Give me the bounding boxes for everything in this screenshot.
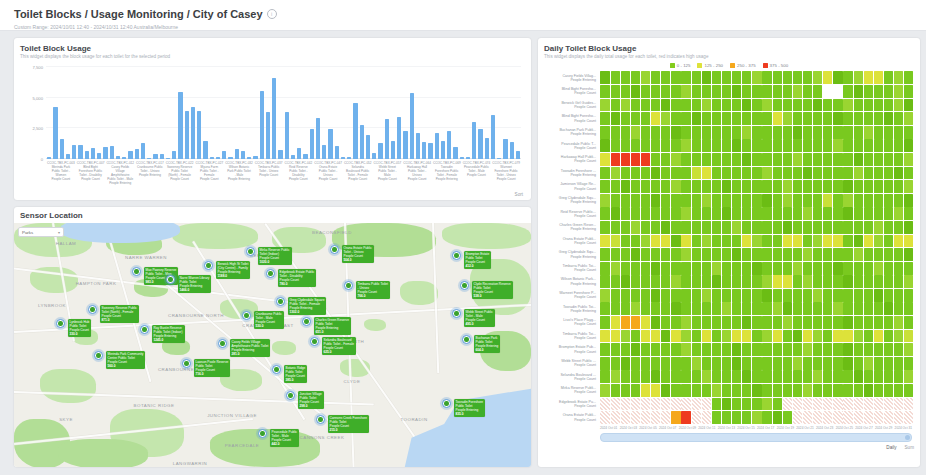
heatmap-cell[interactable] [641,139,650,152]
heatmap-cell[interactable] [651,207,660,220]
heatmap-cell[interactable] [712,180,721,193]
heatmap-cell[interactable] [813,180,822,193]
heatmap-cell[interactable] [712,343,721,356]
heatmap-cell[interactable] [813,126,822,139]
heatmap-cell[interactable] [773,99,782,112]
heatmap-cell[interactable] [864,235,873,248]
heatmap-cell[interactable] [621,370,630,383]
heatmap-cell[interactable] [671,139,680,152]
heatmap-cell[interactable] [803,180,812,193]
heatmap-cell[interactable] [600,275,609,288]
heatmap-cell[interactable] [884,411,893,424]
map-pin-icon[interactable] [452,251,461,260]
heatmap-cell[interactable] [752,167,761,180]
heatmap-cell[interactable] [722,370,731,383]
heatmap-cell[interactable] [742,316,751,329]
heatmap-cell[interactable] [742,112,751,125]
heatmap-cell[interactable] [661,85,670,98]
heatmap-cell[interactable] [692,316,701,329]
bar[interactable] [303,154,307,159]
heatmap-cell[interactable] [843,112,852,125]
heatmap-cell[interactable] [864,99,873,112]
heatmap-cell[interactable] [692,194,701,207]
heatmap-cell[interactable] [833,194,842,207]
heatmap-cell[interactable] [773,221,782,234]
heatmap-cell[interactable] [631,384,640,397]
map-pin-icon[interactable] [266,269,275,278]
heatmap-cell[interactable] [611,180,620,193]
heatmap-cell[interactable] [752,207,761,220]
heatmap-cell[interactable] [722,167,731,180]
heatmap-cell[interactable] [712,85,721,98]
heatmap-cell[interactable] [823,99,832,112]
heatmap-cell[interactable] [803,262,812,275]
heatmap-cell[interactable] [803,235,812,248]
heatmap-cell[interactable] [874,316,883,329]
heatmap-cell[interactable] [712,302,721,315]
heatmap-cell[interactable] [803,289,812,302]
heatmap-cell[interactable] [803,248,812,261]
heatmap-cell[interactable] [803,126,812,139]
bar[interactable] [291,155,295,159]
heatmap-cell[interactable] [833,126,842,139]
heatmap-cell[interactable] [864,411,873,424]
heatmap-cell[interactable] [712,221,721,234]
map-pin-icon[interactable] [286,391,295,400]
heatmap-cell[interactable] [692,275,701,288]
heatmap-cell[interactable] [681,411,690,424]
heatmap-cell[interactable] [864,71,873,84]
heatmap-cell[interactable] [904,275,913,288]
heatmap-cell[interactable] [681,126,690,139]
heatmap-cell[interactable] [773,139,782,152]
heatmap-cell[interactable] [894,289,903,302]
heatmap-cell[interactable] [702,289,711,302]
heatmap-cell[interactable] [681,289,690,302]
heatmap-cell[interactable] [793,153,802,166]
heatmap-cell[interactable] [712,262,721,275]
heatmap-cell[interactable] [843,343,852,356]
heatmap-cell[interactable] [793,99,802,112]
heatmap-cell[interactable] [833,398,842,411]
heatmap-cell[interactable] [874,384,883,397]
heatmap-cell[interactable] [854,180,863,193]
heatmap-cell[interactable] [854,330,863,343]
heatmap-cell[interactable] [773,126,782,139]
heatmap-cell[interactable] [732,167,741,180]
heatmap-cell[interactable] [904,99,913,112]
heatmap-cell[interactable] [631,411,640,424]
sensor-marker[interactable]: Pearcedale PublicToilet - MalePeople Cou… [258,429,299,447]
heatmap-cell[interactable] [884,384,893,397]
heatmap-cell[interactable] [793,302,802,315]
heatmap-cell[interactable] [641,112,650,125]
bar[interactable] [310,129,314,159]
heatmap-cell[interactable] [854,316,863,329]
heatmap-cell[interactable] [712,99,721,112]
heatmap-cell[interactable] [641,370,650,383]
heatmap-cell[interactable] [752,99,761,112]
bar[interactable] [66,154,70,159]
heatmap-cell[interactable] [611,248,620,261]
heatmap-cell[interactable] [692,357,701,370]
heatmap-cell[interactable] [793,194,802,207]
heatmap-cell[interactable] [773,343,782,356]
sensor-marker[interactable]: Botanic RidgePublic ToiletPeople Count38… [272,365,307,383]
heatmap-cell[interactable] [894,126,903,139]
bar[interactable] [360,125,364,159]
bar[interactable] [397,117,401,159]
heatmap-cell[interactable] [843,180,852,193]
heatmap-cell[interactable] [762,85,771,98]
heatmap-cell[interactable] [742,357,751,370]
heatmap-cell[interactable] [762,207,771,220]
heatmap-cell[interactable] [621,153,630,166]
heatmap-cell[interactable] [742,153,751,166]
heatmap-cell[interactable] [732,221,741,234]
sensor-marker[interactable]: Edgebrook Estate PublicToilet - Disabili… [266,269,316,287]
heatmap-cell[interactable] [661,112,670,125]
heatmap-cell[interactable] [864,139,873,152]
heatmap-cell[interactable] [712,357,721,370]
heatmap-cell[interactable] [874,411,883,424]
heatmap-cell[interactable] [783,235,792,248]
sensor-marker[interactable]: Junction VillagePublic ToiletPeople Coun… [286,391,324,409]
heatmap-cell[interactable] [854,398,863,411]
heatmap-cell[interactable] [681,99,690,112]
